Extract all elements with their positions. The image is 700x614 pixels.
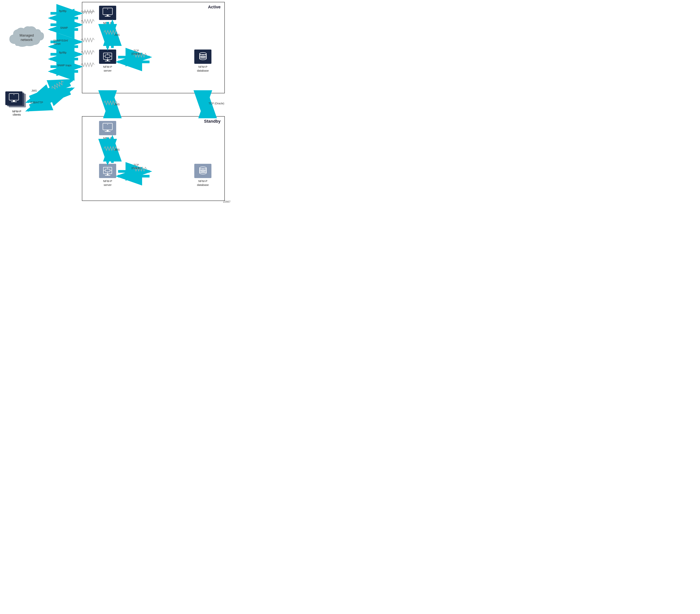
snmp-ssh-telnet-label: SNMP/SSH/ Telnet <box>53 39 68 46</box>
snmp-traps-label: SNMP traps <box>57 64 72 67</box>
jms-standby-aux-label: JMS <box>114 148 120 151</box>
figure-number: 22667 <box>223 200 230 203</box>
ftp-tftp-mid-label: ftp/tftp <box>59 51 66 54</box>
jms-active-standby-label: JMS <box>114 103 120 106</box>
jms-client-label: JMS <box>32 89 37 92</box>
snmp-label: SNMP <box>60 26 68 29</box>
diagram-container: Managed network Active Standby NFM-P aux… <box>0 0 233 205</box>
tcp-oracle-active-label: TCP (Oracle) <box>132 49 141 55</box>
jms-active-aux-label: JMS <box>114 33 120 36</box>
tcp-oracle-standby-label: TCP (Oracle) <box>132 163 141 170</box>
tcp-oracle-vertical-label: TCP (Oracle) <box>209 102 224 105</box>
ejb-http-label: EJB/HTTP <box>30 101 43 104</box>
ftp-tftp-top-label: ftp/tftp <box>59 10 66 13</box>
